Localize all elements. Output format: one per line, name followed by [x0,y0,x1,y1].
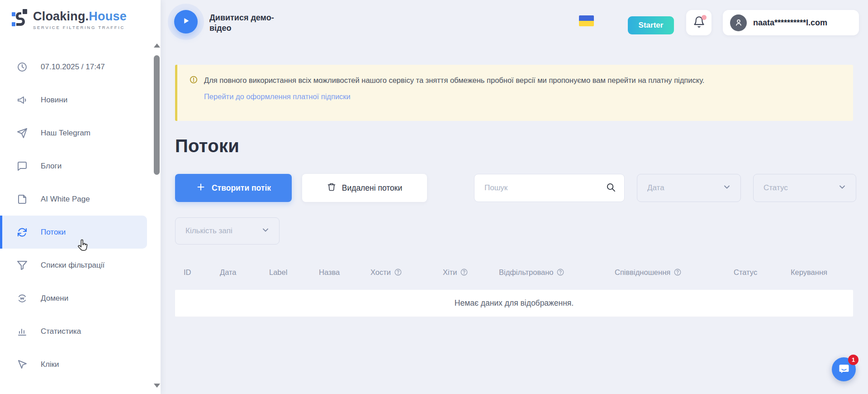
sidebar: Cloaking.House SERVICE FILTERING TRAFFIC… [0,0,161,394]
column-header-ratio: Співвідношення [615,268,734,277]
column-header-hits: Хіти [443,268,499,277]
help-icon[interactable] [556,268,564,276]
column-header-date: Дата [220,268,269,277]
chevron-down-icon [722,183,731,194]
sidebar-item-label: Домени [41,294,68,303]
column-header-status: Статус [734,268,791,277]
chevron-down-icon [261,226,270,237]
chat-bubble-icon [17,161,28,172]
notification-dot [702,15,707,20]
help-icon[interactable] [674,268,682,276]
sidebar-item-statistics[interactable]: Статистика [0,315,147,348]
sidebar-item-streams[interactable]: Потоки [0,216,147,249]
sidebar-item-blogs[interactable]: Блоги [0,149,147,183]
scroll-down-icon[interactable] [154,384,160,388]
column-header-id: ID [184,268,220,277]
scrollbar-thumb[interactable] [154,55,160,175]
sidebar-item-domains[interactable]: Домени [0,282,147,315]
sidebar-item-label: Потоки [41,228,66,237]
column-header-hosts: Хости [370,268,443,277]
chat-smile-icon [838,362,850,377]
help-icon[interactable] [460,268,468,276]
stats-icon [17,326,28,337]
trial-warning-banner: Для повного використання всіх можливосте… [175,65,853,121]
sidebar-item-clicks[interactable]: Кліки [0,348,147,381]
sidebar-item-label: Новини [41,96,67,105]
sidebar-item-news[interactable]: Новини [0,83,147,116]
sidebar-item-datetime[interactable]: 07.10.2025 / 17:47 [0,50,147,83]
upgrade-subscription-link[interactable]: Перейти до оформлення платної підписки [204,92,351,101]
streams-table-header: ID Дата Label Назва Хости Хіти Відфільтр… [175,261,853,283]
sidebar-item-telegram[interactable]: Наш Telegram [0,116,147,149]
chat-launcher-button[interactable]: 1 [832,357,856,381]
chat-unread-badge: 1 [848,355,859,365]
play-icon [181,16,191,28]
language-flag-ukraine[interactable] [579,15,594,26]
brand-name: Cloaking.House [33,10,127,23]
column-header-label: Label [269,268,319,277]
search-input[interactable] [484,183,606,192]
clicks-icon [17,359,28,370]
domains-icon [17,293,28,304]
clock-icon [17,62,28,72]
per-page-dropdown[interactable]: Кількість запі [175,217,280,245]
sidebar-nav: 07.10.2025 / 17:47 Новини Наш Telegram Б… [0,50,147,381]
chevron-down-icon [838,183,847,194]
user-email: naata**********l.com [753,18,827,28]
plan-badge[interactable]: Starter [628,16,674,34]
brand-logo[interactable]: Cloaking.House SERVICE FILTERING TRAFFIC [12,9,127,31]
search-icon[interactable] [606,182,616,194]
sidebar-item-label: Статистика [41,327,81,336]
megaphone-icon [17,95,28,106]
column-header-filtered: Відфільтровано [499,268,615,277]
hand-cursor-icon [76,239,90,253]
sidebar-item-label: Наш Telegram [41,129,90,138]
sidebar-scrollbar[interactable] [153,43,160,388]
help-icon[interactable] [394,268,402,276]
page-icon [17,194,28,205]
sidebar-item-ai-white-page[interactable]: AI White Page [0,183,147,216]
demo-video-label[interactable]: Дивитися демо-відео [209,13,284,33]
app-root: Cloaking.House SERVICE FILTERING TRAFFIC… [0,0,868,394]
brand-logo-icon [12,9,27,31]
search-box [474,174,625,202]
sidebar-item-label: Кліки [41,360,59,369]
sidebar-item-filter-lists[interactable]: Списки фільтрації [0,249,147,282]
sidebar-item-label: Списки фільтрації [41,261,104,270]
deleted-streams-button[interactable]: Видалені потоки [302,174,427,202]
table-empty-state: Немає даних для відображення. [175,290,853,317]
telegram-icon [17,128,28,139]
column-header-name: Назва [319,268,370,277]
sidebar-item-label: AI White Page [41,195,90,204]
funnel-icon [17,260,28,271]
page-title: Потоки [175,136,239,156]
trash-icon [327,183,336,194]
date-filter-dropdown[interactable]: Дата [637,174,741,202]
column-header-actions: Керування [791,268,827,277]
sidebar-item-label: 07.10.2025 / 17:47 [41,62,105,72]
user-account-button[interactable]: naata**********l.com [723,10,859,35]
plus-icon [196,182,206,194]
sync-icon [17,227,28,238]
warning-icon [189,75,198,86]
demo-video-play-button[interactable] [174,10,198,34]
notifications-button[interactable] [686,10,711,35]
scroll-up-icon[interactable] [154,43,160,48]
sidebar-item-label: Блоги [41,162,62,171]
avatar [730,14,747,31]
create-stream-button[interactable]: Створити потік [175,174,292,202]
status-filter-dropdown[interactable]: Статус [753,174,856,202]
banner-text: Для повного використання всіх можливосте… [204,75,704,86]
brand-tagline: SERVICE FILTERING TRAFFIC [33,25,127,30]
